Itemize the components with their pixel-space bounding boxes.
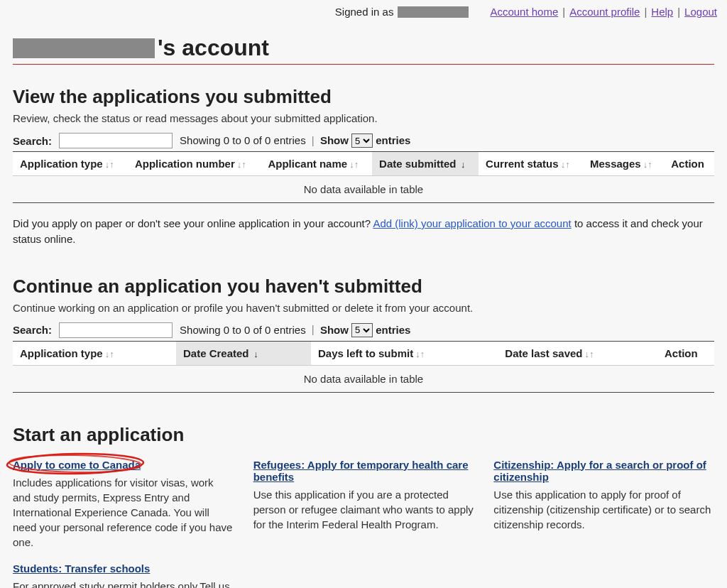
refugees-desc: Use this application if you are a protec… [253, 487, 474, 532]
continue-subtext: Continue working on an application or pr… [13, 302, 714, 314]
col-application-type[interactable]: Application type↓↑ [13, 341, 176, 365]
sort-icon: ↓↑ [349, 159, 359, 170]
paper-apply-text: Did you apply on paper or don't see your… [13, 216, 714, 247]
help-link[interactable]: Help [651, 6, 673, 18]
col-action: Action [664, 152, 714, 176]
username-redacted [398, 6, 469, 18]
signed-in-label: Signed in as [335, 6, 394, 18]
start-item-refugees: Refugees: Apply for temporary health car… [253, 459, 474, 550]
search-label: Search: [13, 324, 52, 336]
apply-to-canada-link[interactable]: Apply to come to Canada [13, 459, 141, 471]
continue-table: Application type↓↑ Date Created ↓ Days l… [13, 341, 714, 393]
start-heading: Start an application [13, 424, 714, 446]
sort-down-icon: ↓ [458, 159, 465, 170]
col-date-submitted[interactable]: Date submitted ↓ [372, 152, 479, 176]
title-underline [13, 64, 714, 65]
refugees-link[interactable]: Refugees: Apply for temporary health car… [253, 459, 469, 483]
continue-heading: Continue an application you haven't subm… [13, 276, 714, 298]
page-title: 's account [13, 35, 714, 61]
no-data-row: No data available in table [13, 365, 714, 392]
apply-to-canada-desc: Includes applications for visitor visas,… [13, 475, 234, 550]
separator: | [644, 6, 647, 18]
logout-link[interactable]: Logout [684, 6, 717, 18]
name-redacted [13, 38, 155, 58]
sort-icon: ↓↑ [415, 349, 425, 359]
page-title-suffix: 's account [158, 35, 269, 61]
col-messages[interactable]: Messages↓↑ [583, 152, 664, 176]
col-applicant-name[interactable]: Applicant name↓↑ [261, 152, 372, 176]
top-bar: Signed in as Account home | Account prof… [0, 0, 727, 22]
showing-text: Showing 0 to 0 of 0 entries | Show 5 ent… [180, 323, 410, 337]
students-link[interactable]: Students: Transfer schools [13, 562, 150, 575]
col-date-saved[interactable]: Date last saved↓↑ [498, 341, 657, 365]
submitted-table: Application type↓↑ Application number↓↑ … [13, 151, 714, 203]
col-application-type[interactable]: Application type↓↑ [13, 152, 128, 176]
separator: | [562, 6, 565, 18]
col-action: Action [657, 341, 714, 365]
start-item-apply: Apply to come to Canada Includes applica… [13, 459, 234, 550]
col-days-left[interactable]: Days left to submit↓↑ [311, 341, 498, 365]
account-home-link[interactable]: Account home [490, 6, 558, 18]
citizenship-link[interactable]: Citizenship: Apply for a search or proof… [493, 459, 706, 483]
sort-icon: ↓↑ [643, 159, 652, 170]
submitted-controls: Search: Showing 0 to 0 of 0 entries | Sh… [13, 133, 714, 148]
sort-icon: ↓↑ [237, 159, 246, 170]
account-profile-link[interactable]: Account profile [569, 6, 640, 18]
add-application-link[interactable]: Add (link) your application to your acco… [373, 217, 571, 229]
sort-icon: ↓↑ [561, 159, 570, 170]
sort-icon: ↓↑ [105, 159, 114, 170]
start-application-grid-row2: Students: Transfer schools For approved … [13, 562, 714, 589]
start-item-students: Students: Transfer schools For approved … [13, 562, 234, 589]
showing-text: Showing 0 to 0 of 0 entries | Show 5 ent… [180, 134, 410, 148]
students-desc: For approved study permit holders only.T… [13, 579, 234, 589]
search-input-submitted[interactable] [59, 133, 173, 148]
col-current-status[interactable]: Current status↓↑ [479, 152, 583, 176]
entries-select-submitted[interactable]: 5 [351, 134, 373, 148]
start-item-citizenship: Citizenship: Apply for a search or proof… [493, 459, 714, 550]
search-label: Search: [13, 135, 52, 147]
continue-controls: Search: Showing 0 to 0 of 0 entries | Sh… [13, 322, 714, 338]
submitted-heading: View the applications you submitted [13, 86, 714, 108]
entries-select-continue[interactable]: 5 [351, 323, 373, 337]
no-data-row: No data available in table [13, 176, 714, 203]
sort-icon: ↓↑ [105, 349, 114, 359]
col-application-number[interactable]: Application number↓↑ [128, 152, 261, 176]
search-input-continue[interactable] [59, 322, 173, 338]
submitted-subtext: Review, check the status or read message… [13, 112, 714, 124]
start-application-grid: Apply to come to Canada Includes applica… [13, 459, 714, 562]
separator: | [677, 6, 680, 18]
sort-icon: ↓↑ [585, 349, 594, 359]
sort-down-icon: ↓ [251, 349, 258, 359]
citizenship-desc: Use this application to apply for proof … [493, 487, 714, 532]
col-date-created[interactable]: Date Created ↓ [176, 341, 311, 365]
